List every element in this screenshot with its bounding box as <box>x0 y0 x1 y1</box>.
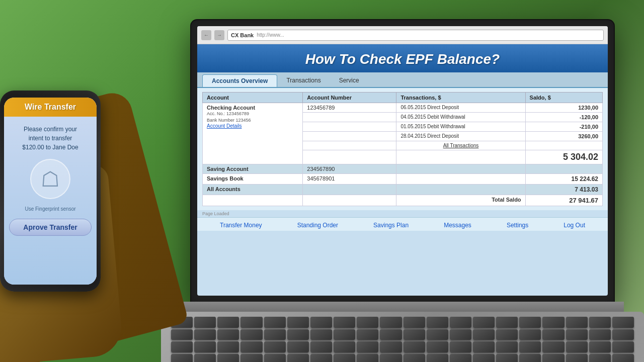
keyboard-key <box>310 354 332 362</box>
t4-date: 28.04.2015 <box>400 133 427 139</box>
url-bar[interactable]: CX Bank http://www... <box>227 30 604 41</box>
footer-link-standing[interactable]: Standing Order <box>297 222 338 229</box>
keyboard-key <box>217 329 239 340</box>
tab-transactions[interactable]: Transactions <box>277 74 330 87</box>
keyboard-key <box>542 329 564 340</box>
empty-cell <box>396 185 525 195</box>
tab-service[interactable]: Service <box>330 74 368 87</box>
footer-link-settings[interactable]: Settings <box>507 222 528 229</box>
empty-cell <box>525 164 602 174</box>
transaction-3-amount: -210,00 <box>525 122 602 132</box>
keyboard-key <box>217 317 239 328</box>
laptop-keyboard <box>161 312 644 362</box>
fingerprint-area[interactable]: ☖ <box>30 159 70 199</box>
saving-account-label: Saving Account <box>203 164 303 174</box>
keyboard-key <box>404 341 425 352</box>
phone-frame: Wire Transfer Please confirm your intent… <box>0 90 101 292</box>
keyboard-key <box>357 329 378 340</box>
page-loaded-label: Page Loaded <box>197 210 608 217</box>
keyboard-key <box>496 317 518 328</box>
keyboard-key <box>264 317 286 328</box>
keyboard-key <box>310 341 332 352</box>
forward-button[interactable]: → <box>214 30 224 40</box>
keyboard-key <box>427 354 448 362</box>
keyboard-key <box>310 329 332 340</box>
empty-cell <box>303 122 396 132</box>
keyboard-key <box>240 329 262 340</box>
wire-transfer-body: Please confirm your intent to transfer $… <box>4 117 97 285</box>
keyboard-key <box>566 354 588 362</box>
keyboard-key <box>357 354 378 362</box>
footer-link-messages[interactable]: Messages <box>444 222 471 229</box>
keyboard-key <box>612 354 634 362</box>
transaction-3-desc: 01.05.2015 Debit Withdrawal <box>396 122 525 132</box>
page-title: How To Check EPF Balance? <box>207 51 598 67</box>
total-saldo: 27 941.67 <box>525 195 602 206</box>
checking-saldo: 5 304.02 <box>525 150 602 164</box>
checking-account-label: Checking Account <box>207 105 298 111</box>
approve-transfer-button[interactable]: Aprove Transfer <box>9 219 92 236</box>
table-row: Total Saldo 27 941.67 <box>203 195 603 206</box>
keyboard-key <box>519 341 541 352</box>
keyboard-key <box>357 317 378 328</box>
footer-link-transfer[interactable]: Transfer Money <box>220 222 262 229</box>
empty-cell <box>303 195 396 206</box>
transaction-2-desc: 04.05.2015 Debit Withdrawal <box>396 113 525 122</box>
keyboard-key <box>542 354 564 362</box>
transaction-1-desc: 06.05.2015 Direct Deposit <box>396 103 525 113</box>
wire-transfer-title: Wire Transfer <box>10 103 91 112</box>
col-saldo: Saldo, $ <box>525 93 602 103</box>
keyboard-key <box>380 329 401 340</box>
footer-link-savings[interactable]: Savings Plan <box>373 222 409 229</box>
transaction-1-amount: 1230,00 <box>525 103 602 113</box>
keyboard-key <box>566 317 588 328</box>
use-sensor-label: Use Fingerprint sensor <box>25 206 75 212</box>
confirm-line1: Please confirm your <box>24 126 77 133</box>
keyboard-key <box>589 341 611 352</box>
keyboard-key <box>287 354 309 362</box>
all-transactions-link[interactable]: All Transactions <box>396 141 525 150</box>
t3-date: 01.05.2015 <box>400 124 427 129</box>
keyboard-key <box>334 354 355 362</box>
browser-tab-label: CX Bank <box>231 32 254 38</box>
keyboard-key <box>612 329 634 340</box>
account-name: Checking Account Acc. No.: 123456789 Ban… <box>203 103 303 164</box>
keyboard-key <box>380 354 401 362</box>
keyboard-key <box>473 317 495 328</box>
keyboard-key <box>404 317 425 328</box>
fingerprint-icon: ☖ <box>41 167 60 192</box>
table-row: Saving Account 234567890 <box>203 164 603 174</box>
phone-screen: Wire Transfer Please confirm your intent… <box>4 98 97 285</box>
tab-accounts-overview[interactable]: Accounts Overview <box>202 74 277 87</box>
keyboard-key <box>566 329 588 340</box>
keyboard-key <box>217 354 239 362</box>
keyboard-key <box>264 354 286 362</box>
checking-account-subinfo: Acc. No.: 123456789 Bank Number 123456 <box>207 111 298 123</box>
confirm-text: Please confirm your intent to transfer $… <box>22 125 78 152</box>
keyboard-key <box>287 329 309 340</box>
laptop-container: ← → CX Bank http://www... How To Check E… <box>161 20 644 362</box>
keyboard-key <box>310 317 332 328</box>
empty-cell <box>396 174 525 185</box>
keyboard-key <box>450 341 471 352</box>
keyboard-key <box>217 341 239 352</box>
keyboard-key <box>264 329 286 340</box>
keyboard-key <box>450 317 471 328</box>
keyboard-key <box>473 354 495 362</box>
total-label: Total Saldo <box>396 195 525 206</box>
page-title-banner: How To Check EPF Balance? <box>197 44 608 72</box>
keyboard-key <box>240 354 262 362</box>
keyboard-key <box>496 341 518 352</box>
footer-link-logout[interactable]: Log Out <box>564 222 585 229</box>
keyboard-key <box>287 341 309 352</box>
keyboard-key <box>519 317 541 328</box>
keyboard-key <box>612 317 634 328</box>
empty-cell <box>203 195 303 206</box>
keyboard-key <box>589 354 611 362</box>
back-button[interactable]: ← <box>201 30 211 40</box>
hand-phone-overlay: Wire Transfer Please confirm your intent… <box>0 80 201 352</box>
keyboard-key <box>357 341 378 352</box>
keyboard-key <box>542 317 564 328</box>
keyboard-key <box>427 341 448 352</box>
account-details-link[interactable]: Account Details <box>207 123 298 129</box>
